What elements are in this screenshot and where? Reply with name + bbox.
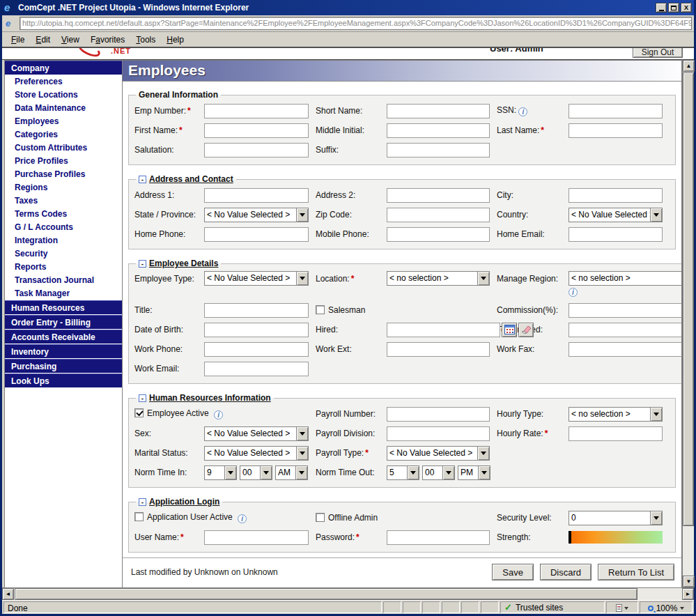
security-level-select[interactable]: 0: [569, 511, 663, 525]
sidebar-header-look-ups[interactable]: Look Ups: [5, 374, 122, 387]
application-user-active-info-icon[interactable]: i: [238, 514, 247, 523]
salesman-checkbox[interactable]: [316, 305, 325, 314]
address2-input[interactable]: [387, 188, 490, 203]
sidebar-item-regions[interactable]: Regions: [5, 180, 122, 194]
sidebar-item-transaction-journal[interactable]: Transaction Journal: [5, 273, 122, 286]
mobile-phone-input[interactable]: [387, 227, 490, 242]
date-of-birth-input[interactable]: [204, 323, 309, 337]
hired-clear-button[interactable]: [518, 323, 534, 337]
collapse-icon[interactable]: -: [139, 260, 146, 268]
menu-edit[interactable]: Edit: [31, 33, 55, 46]
scroll-left-icon[interactable]: ◄: [2, 588, 14, 600]
short-name-input[interactable]: [387, 104, 490, 118]
sidebar-item-employees[interactable]: Employees: [5, 114, 122, 128]
manage-region-info-icon[interactable]: i: [569, 288, 578, 297]
ssn-input[interactable]: [569, 104, 663, 118]
work-ext-input[interactable]: [387, 342, 490, 357]
discard-button[interactable]: Discard: [540, 564, 591, 580]
menu-favorites[interactable]: Favorites: [86, 33, 130, 46]
password-input[interactable]: [387, 530, 490, 545]
terminated-input[interactable]: [569, 323, 681, 337]
maximize-button[interactable]: [668, 3, 679, 13]
sidebar-item-price-profiles[interactable]: Price Profiles: [5, 154, 122, 167]
menu-tools[interactable]: Tools: [131, 33, 160, 46]
sidebar-item-taxes[interactable]: Taxes: [5, 194, 122, 207]
suffix-input[interactable]: [387, 143, 490, 157]
sidebar-header-inventory[interactable]: Inventory: [5, 344, 122, 358]
horizontal-scrollbar-thumb[interactable]: [15, 588, 637, 600]
url-input[interactable]: http://utopia.hq.comcept.net/default.asp…: [20, 17, 692, 30]
hired-calendar-button[interactable]: [502, 323, 517, 337]
work-email-input[interactable]: [204, 362, 309, 376]
save-button[interactable]: Save: [492, 564, 534, 580]
protected-mode-panel[interactable]: [606, 601, 638, 613]
salutation-input[interactable]: [204, 143, 309, 157]
collapse-icon[interactable]: -: [139, 394, 146, 402]
norm-time-in-minute-select[interactable]: 00: [240, 465, 272, 480]
sidebar-header-company[interactable]: Company: [5, 61, 122, 75]
sidebar-header-order-entry-billing[interactable]: Order Entry - Billing: [5, 315, 122, 329]
state-province-select[interactable]: < No Value Selected >: [204, 208, 309, 222]
scroll-down-icon[interactable]: ▼: [683, 576, 695, 587]
sidebar-item-terms-codes[interactable]: Terms Codes: [5, 207, 122, 220]
application-user-active-checkbox[interactable]: [134, 512, 144, 521]
norm-time-in-hour-select[interactable]: 9: [204, 465, 237, 480]
zoom-control[interactable]: 100%: [640, 601, 693, 613]
country-select[interactable]: < No Value Selected >: [569, 208, 663, 222]
sidebar-item-categories[interactable]: Categories: [5, 128, 122, 141]
scroll-up-icon[interactable]: ▲: [683, 60, 695, 72]
sidebar-item-reports[interactable]: Reports: [5, 260, 122, 273]
sidebar-item-store-locations[interactable]: Store Locations: [5, 88, 122, 101]
sidebar-item-preferences[interactable]: Preferences: [5, 75, 122, 88]
vertical-scrollbar[interactable]: ▲ ▼: [682, 60, 694, 587]
norm-time-out-ampm-select[interactable]: PM: [458, 465, 490, 480]
close-button[interactable]: X: [681, 3, 692, 13]
sidebar-item-data-maintenance[interactable]: Data Maintenance: [5, 101, 122, 114]
first-name-input[interactable]: [204, 123, 309, 138]
horizontal-scrollbar[interactable]: ◄ ►: [2, 587, 694, 600]
employee-type-select[interactable]: < No Value Selected >: [204, 271, 309, 286]
sidebar-item-purchase-profiles[interactable]: Purchase Profiles: [5, 167, 122, 180]
payroll-number-input[interactable]: [387, 407, 490, 422]
norm-time-in-ampm-select[interactable]: AM: [275, 465, 308, 480]
hired-input[interactable]: [387, 323, 500, 337]
work-phone-input[interactable]: [204, 342, 309, 357]
zip-code-input[interactable]: [387, 208, 490, 222]
collapse-icon[interactable]: -: [139, 498, 146, 506]
hourly-type-select[interactable]: < no selection >: [569, 407, 663, 422]
menu-file[interactable]: File: [6, 33, 29, 46]
return-to-list-button[interactable]: Return To List: [598, 564, 674, 580]
sidebar-header-human-resources[interactable]: Human Resources: [5, 300, 122, 314]
sidebar-item-custom-attributes[interactable]: Custom Attributes: [5, 141, 122, 154]
home-email-input[interactable]: [569, 227, 663, 242]
work-fax-input[interactable]: [569, 342, 681, 357]
menu-view[interactable]: View: [56, 33, 84, 46]
user-name-input[interactable]: [204, 530, 309, 545]
minimize-button[interactable]: [656, 3, 667, 13]
title-input[interactable]: [204, 303, 309, 318]
menu-help[interactable]: Help: [162, 33, 189, 46]
sidebar-item-task-manager[interactable]: Task Manager: [5, 286, 122, 300]
employee-active-checkbox[interactable]: [134, 408, 144, 417]
offline-admin-checkbox[interactable]: [316, 513, 325, 522]
last-name-input[interactable]: [569, 123, 663, 138]
sidebar-header-accounts-receivable[interactable]: Accounts Receivable: [5, 330, 122, 344]
sidebar-item-security[interactable]: Security: [5, 247, 122, 260]
location-select[interactable]: < no selection >: [387, 271, 490, 286]
sidebar-header-purchasing[interactable]: Purchasing: [5, 359, 122, 373]
payroll-type-select[interactable]: < No Value Selected >: [387, 446, 490, 461]
sign-out-button[interactable]: Sign Out: [633, 48, 683, 58]
sidebar-item-integration[interactable]: Integration: [5, 233, 122, 247]
payroll-division-input[interactable]: [387, 426, 490, 441]
collapse-icon[interactable]: -: [139, 176, 146, 183]
employee-active-info-icon[interactable]: i: [214, 410, 223, 419]
vertical-scrollbar-thumb[interactable]: [683, 72, 694, 526]
commission-input[interactable]: [569, 303, 681, 318]
sidebar-item-gl-accounts[interactable]: G / L Accounts: [5, 220, 122, 233]
scroll-right-icon[interactable]: ►: [682, 588, 694, 600]
manage-region-select[interactable]: < no selection >: [569, 271, 681, 286]
ssn-info-icon[interactable]: i: [518, 107, 527, 116]
middle-initial-input[interactable]: [387, 123, 490, 138]
emp-number-input[interactable]: [204, 104, 309, 118]
address1-input[interactable]: [204, 188, 309, 203]
